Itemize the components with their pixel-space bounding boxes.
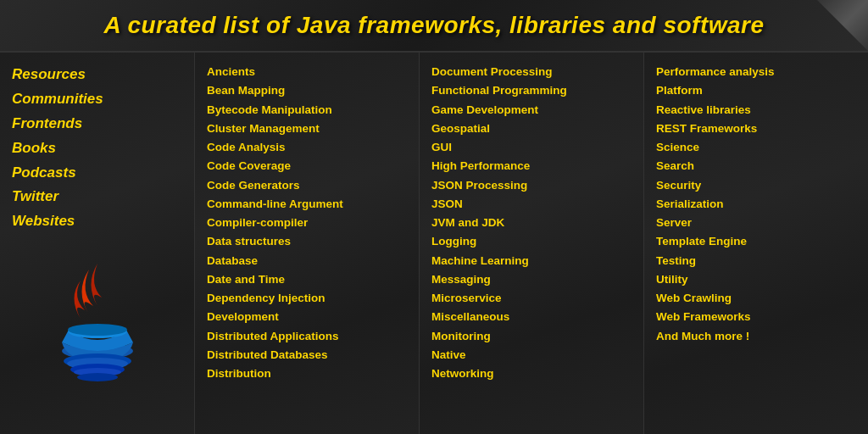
list-item-ancients[interactable]: Ancients (207, 63, 407, 81)
list-item-json[interactable]: JSON (431, 195, 632, 214)
list-item-bytecode[interactable]: Bytecode Manipulation (207, 101, 407, 120)
nav-item-books[interactable]: Books (12, 136, 182, 161)
list-item-game[interactable]: Game Development (431, 101, 632, 120)
list-item-monitoring[interactable]: Monitoring (431, 327, 632, 346)
list-item-bean-mapping[interactable]: Bean Mapping (207, 81, 407, 100)
svg-point-2 (68, 324, 127, 336)
list-item-database[interactable]: Database (207, 252, 407, 270)
list-item-cluster[interactable]: Cluster Management (207, 120, 407, 138)
nav-item-resources[interactable]: Resources (12, 63, 182, 87)
list-item-json-processing[interactable]: JSON Processing (431, 176, 632, 195)
list-item-messaging[interactable]: Messaging (431, 270, 632, 289)
list-item-development[interactable]: Development (207, 308, 407, 326)
list-item-misc[interactable]: Miscellaneous (431, 308, 632, 326)
list-item-date-time[interactable]: Date and Time (207, 270, 407, 289)
svg-point-7 (77, 373, 118, 381)
nav-item-websites[interactable]: Websites (12, 209, 182, 234)
list-item-web-crawling[interactable]: Web Crawling (656, 289, 856, 308)
list-item-science[interactable]: Science (656, 138, 856, 157)
list-item-perf-analysis[interactable]: Performance analysis (656, 63, 856, 81)
list-item-functional[interactable]: Functional Programming (431, 81, 632, 100)
list-item-more[interactable]: And Much more ! (656, 327, 856, 346)
nav-item-twitter[interactable]: Twitter (12, 185, 182, 209)
content: Resources Communities Frontends Books Po… (0, 53, 868, 434)
header: A curated list of Java frameworks, libra… (0, 0, 868, 53)
list-item-commandline[interactable]: Command-line Argument (207, 195, 407, 214)
page-title: A curated list of Java frameworks, libra… (17, 12, 851, 39)
list-item-gui[interactable]: GUI (431, 138, 632, 157)
nav-item-frontends[interactable]: Frontends (12, 112, 182, 136)
list-item-distribution[interactable]: Distribution (207, 364, 407, 383)
list-item-server[interactable]: Server (656, 214, 856, 232)
column-3: Document Processing Functional Programmi… (420, 53, 644, 434)
list-item-ml[interactable]: Machine Learning (431, 252, 632, 270)
list-item-search[interactable]: Search (656, 157, 856, 175)
list-item-document[interactable]: Document Processing (431, 63, 632, 81)
list-item-code-generators[interactable]: Code Generators (207, 176, 407, 195)
list-item-template[interactable]: Template Engine (656, 232, 856, 251)
java-logo (12, 251, 182, 387)
list-item-reactive[interactable]: Reactive libraries (656, 101, 856, 120)
list-item-compiler[interactable]: Compiler-compiler (207, 214, 407, 232)
list-item-platform[interactable]: Platform (656, 81, 856, 100)
column-2: Ancients Bean Mapping Bytecode Manipulat… (195, 53, 420, 434)
list-item-distributed-apps[interactable]: Distributed Applications (207, 327, 407, 346)
list-item-high-performance[interactable]: High Performance (431, 157, 632, 175)
list-item-utility[interactable]: Utility (656, 270, 856, 289)
column-4: Performance analysis Platform Reactive l… (644, 53, 868, 434)
list-item-security[interactable]: Security (656, 176, 856, 195)
list-item-code-analysis[interactable]: Code Analysis (207, 138, 407, 157)
list-item-logging[interactable]: Logging (431, 232, 632, 251)
list-item-native[interactable]: Native (431, 346, 632, 364)
list-item-serialization[interactable]: Serialization (656, 195, 856, 214)
list-item-data-structures[interactable]: Data structures (207, 232, 407, 251)
nav-item-podcasts[interactable]: Podcasts (12, 161, 182, 186)
list-item-distributed-db[interactable]: Distributed Databases (207, 346, 407, 364)
list-item-networking[interactable]: Networking (431, 364, 632, 383)
list-item-jvm[interactable]: JVM and JDK (431, 214, 632, 232)
list-item-dependency[interactable]: Dependency Injection (207, 289, 407, 308)
list-item-geospatial[interactable]: Geospatial (431, 120, 632, 138)
list-item-microservice[interactable]: Microservice (431, 289, 632, 308)
list-item-testing[interactable]: Testing (656, 252, 856, 270)
list-item-code-coverage[interactable]: Code Coverage (207, 157, 407, 175)
column-resources: Resources Communities Frontends Books Po… (0, 53, 195, 434)
list-item-web-frameworks[interactable]: Web Frameworks (656, 308, 856, 326)
list-item-rest[interactable]: REST Frameworks (656, 120, 856, 138)
nav-item-communities[interactable]: Communities (12, 87, 182, 112)
